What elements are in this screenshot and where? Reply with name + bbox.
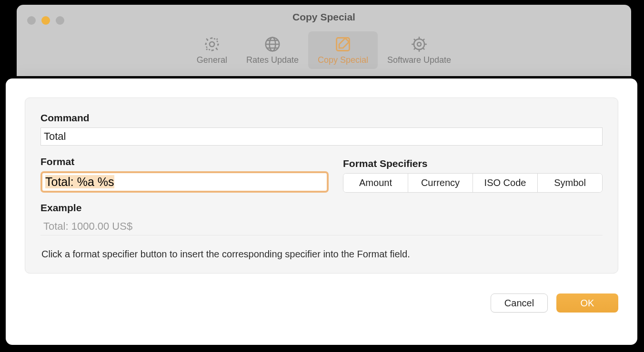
window-controls: [27, 16, 64, 25]
example-label: Example: [40, 202, 603, 214]
tab-rates-update[interactable]: Rates Update: [237, 31, 308, 69]
tab-software-update[interactable]: Software Update: [378, 31, 461, 69]
ok-button[interactable]: OK: [556, 293, 618, 313]
command-input[interactable]: [40, 127, 603, 146]
gear-outline-icon: [409, 34, 429, 54]
svg-point-0: [210, 42, 214, 47]
specifiers-label: Format Specifiers: [343, 158, 603, 169]
example-output: [40, 217, 603, 235]
gear-icon: [202, 34, 222, 54]
form-container: Command Format Total: %a %s Format Speci…: [25, 98, 618, 274]
close-window-button[interactable]: [27, 16, 36, 25]
specifier-segmented-control: Amount Currency ISO Code Symbol: [343, 173, 603, 193]
format-input[interactable]: Total: %a %s: [43, 174, 326, 190]
tab-copy-special[interactable]: Copy Special: [308, 31, 378, 69]
hint-text: Click a format specifier button to inser…: [40, 249, 603, 260]
specifier-isocode-button[interactable]: ISO Code: [473, 174, 538, 192]
maximize-window-button[interactable]: [56, 16, 64, 25]
svg-point-1: [206, 38, 218, 50]
command-label: Command: [40, 112, 603, 124]
preferences-toolbar: General Rates Update Copy Special Softwa…: [17, 31, 631, 69]
cancel-button[interactable]: Cancel: [491, 293, 548, 313]
format-label: Format: [40, 156, 329, 167]
compose-icon: [333, 34, 353, 54]
svg-point-6: [417, 42, 421, 46]
window-title: Copy Special: [17, 11, 631, 23]
svg-point-5: [414, 39, 424, 49]
specifier-currency-button[interactable]: Currency: [408, 174, 473, 192]
tab-general[interactable]: General: [187, 31, 237, 69]
specifier-symbol-button[interactable]: Symbol: [538, 174, 602, 192]
specifier-amount-button[interactable]: Amount: [343, 174, 408, 192]
minimize-window-button[interactable]: [41, 16, 50, 25]
preferences-window: Copy Special General Rates Update Copy S…: [17, 5, 631, 76]
format-input-focus-ring: Total: %a %s: [40, 171, 329, 193]
globe-icon: [262, 34, 282, 54]
dialog-buttons: Cancel OK: [25, 293, 618, 313]
edit-sheet: Command Format Total: %a %s Format Speci…: [6, 78, 637, 345]
